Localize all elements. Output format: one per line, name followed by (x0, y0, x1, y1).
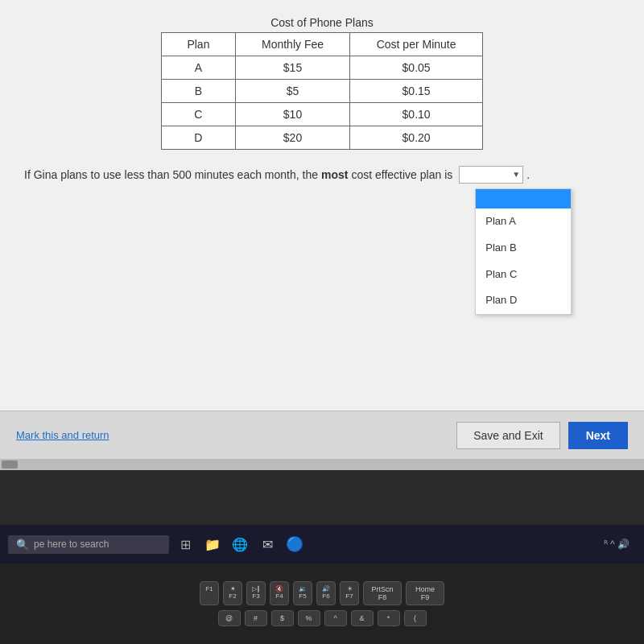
col-header-plan: Plan (162, 33, 236, 56)
key-ampersand[interactable]: & (351, 610, 374, 626)
keyboard-area: F1 ✶F2 ▷∥F3 🔇F4 🔉F5 🔊F6 ☀F7 PrtScnF8 Hom… (0, 564, 644, 644)
cell-0-2: $0.05 (350, 56, 483, 80)
col-header-monthly-fee: Monthly Fee (235, 33, 349, 56)
table-caption: Cost of Phone Plans (161, 16, 483, 29)
dropdown-item-plan-c[interactable]: Plan C (476, 262, 571, 288)
cell-1-1: $5 (235, 80, 349, 103)
scroll-hint[interactable] (0, 459, 644, 470)
search-bar[interactable]: 🔍 pe here to search (8, 535, 169, 554)
mark-return-link[interactable]: Mark this and return (16, 429, 109, 441)
cell-0-1: $15 (235, 56, 349, 80)
key-f6[interactable]: 🔊F6 (316, 581, 336, 605)
table-row: C$10$0.10 (162, 103, 483, 126)
question-prefix: If Gina plans to use less than 500 minut… (24, 166, 318, 184)
taskbar-right-icons: ᴿ ^ 🔊 (604, 539, 630, 550)
bottom-bar: Mark this and return Save and Exit Next (0, 411, 644, 459)
table-row: D$20$0.20 (162, 126, 483, 150)
dropdown-item-plan-d[interactable]: Plan D (476, 287, 571, 314)
key-f2[interactable]: ✶F2 (223, 581, 242, 605)
dropdown-item-plan-b[interactable]: Plan B (476, 235, 571, 262)
key-f4[interactable]: 🔇F4 (270, 581, 289, 605)
cell-3-2: $0.20 (350, 126, 483, 150)
edge-icon[interactable]: 🌐 (229, 533, 251, 555)
cell-1-2: $0.15 (350, 80, 483, 103)
table-row: A$15$0.05 (162, 56, 483, 80)
cell-2-0: C (162, 103, 236, 126)
key-hash[interactable]: # (245, 610, 267, 626)
cell-2-1: $10 (235, 103, 349, 126)
search-label: pe here to search (34, 539, 109, 550)
key-caret[interactable]: ^ (324, 610, 347, 626)
dropdown-wrapper[interactable]: Plan A Plan B Plan C Plan D ▼ Plan A Pla… (459, 166, 523, 184)
search-icon: 🔍 (16, 539, 29, 551)
quiz-panel: Cost of Phone Plans Plan Monthly Fee Cos… (0, 0, 644, 411)
key-dollar[interactable]: $ (271, 610, 294, 626)
table-container: Cost of Phone Plans Plan Monthly Fee Cos… (24, 16, 620, 150)
phone-plans-table: Cost of Phone Plans Plan Monthly Fee Cos… (161, 16, 483, 150)
key-f3[interactable]: ▷∥F3 (246, 581, 266, 605)
dropdown-selected-highlight (476, 189, 571, 208)
key-percent[interactable]: % (298, 610, 320, 626)
plan-select[interactable]: Plan A Plan B Plan C Plan D (459, 166, 523, 184)
keyboard-row-2: @ # $ % ^ & * ( (218, 610, 427, 626)
file-explorer-icon[interactable]: 📁 (201, 533, 224, 555)
period: . (526, 166, 530, 184)
chrome-icon[interactable]: 🔵 (283, 533, 306, 555)
cell-2-2: $0.10 (350, 103, 483, 126)
taskbar: 🔍 pe here to search ⊞ 📁 🌐 ✉ 🔵 ᴿ ^ 🔊 (0, 525, 644, 564)
dropdown-item-plan-a[interactable]: Plan A (476, 208, 571, 235)
question-text: If Gina plans to use less than 500 minut… (24, 166, 620, 184)
cell-3-1: $20 (235, 126, 349, 150)
cell-1-0: B (162, 80, 236, 103)
save-exit-button[interactable]: Save and Exit (456, 422, 559, 449)
task-view-icon[interactable]: ⊞ (174, 533, 196, 555)
laptop-body: 🔍 pe here to search ⊞ 📁 🌐 ✉ 🔵 ᴿ ^ 🔊 F1 ✶… (0, 470, 644, 644)
key-home[interactable]: HomeF9 (406, 581, 444, 605)
cell-0-0: A (162, 56, 236, 80)
col-header-cost-per-minute: Cost per Minute (350, 33, 483, 56)
next-button[interactable]: Next (568, 422, 628, 449)
key-f7[interactable]: ☀F7 (340, 581, 359, 605)
scroll-thumb[interactable] (2, 460, 18, 469)
mail-icon[interactable]: ✉ (256, 533, 279, 555)
cell-3-0: D (162, 126, 236, 150)
question-suffix: cost effective plan is (351, 166, 452, 184)
key-f5[interactable]: 🔉F5 (293, 581, 312, 605)
bottom-right-buttons: Save and Exit Next (456, 422, 628, 449)
key-paren-open[interactable]: ( (404, 610, 427, 626)
key-f1[interactable]: F1 (200, 581, 219, 605)
keyboard-row-1: F1 ✶F2 ▷∥F3 🔇F4 🔉F5 🔊F6 ☀F7 PrtScnF8 Hom… (200, 581, 444, 605)
question-bold: most (321, 166, 348, 184)
key-at[interactable]: @ (218, 610, 241, 626)
table-row: B$5$0.15 (162, 80, 483, 103)
key-prtscn[interactable]: PrtScnF8 (363, 581, 402, 605)
key-asterisk[interactable]: * (378, 610, 400, 626)
dropdown-menu[interactable]: Plan A Plan B Plan C Plan D (475, 188, 572, 315)
